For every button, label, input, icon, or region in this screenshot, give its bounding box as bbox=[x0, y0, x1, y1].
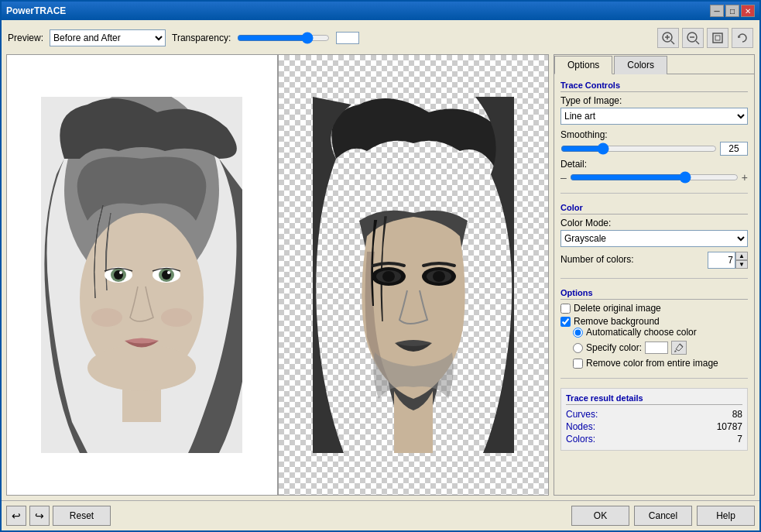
nodes-row: Nodes: 10787 bbox=[566, 420, 742, 433]
title-bar: PowerTRACE ─ □ ✕ bbox=[2, 2, 759, 20]
remove-entire-row: Remove color from entire image bbox=[573, 358, 748, 369]
svg-point-27 bbox=[382, 271, 395, 282]
curves-value: 88 bbox=[732, 409, 742, 420]
preview-panel bbox=[6, 54, 549, 496]
num-colors-spinner: 7 ▲ ▼ bbox=[708, 252, 748, 269]
ok-button[interactable]: OK bbox=[571, 506, 629, 526]
window-controls: ─ □ ✕ bbox=[710, 5, 755, 17]
delete-original-row: Delete original image bbox=[560, 303, 748, 314]
main-content: Preview: Before and After Before After T… bbox=[2, 20, 759, 500]
help-button[interactable]: Help bbox=[697, 506, 755, 526]
remove-background-checkbox[interactable] bbox=[560, 317, 571, 327]
redo-icon: ↪ bbox=[35, 510, 44, 522]
window-title: PowerTRACE bbox=[6, 5, 66, 16]
num-colors-spinner-btns: ▲ ▼ bbox=[735, 252, 748, 269]
smoothing-slider[interactable] bbox=[560, 142, 717, 155]
num-colors-input[interactable]: 7 bbox=[708, 252, 735, 269]
panel-content: Trace Controls Type of Image: Line art C… bbox=[554, 74, 754, 457]
bottom-bar: ↩ ↪ Reset OK Cancel Help bbox=[2, 500, 759, 530]
detail-row: – + bbox=[560, 171, 748, 184]
smoothing-value[interactable]: 25 bbox=[720, 142, 748, 156]
portrait-before-image bbox=[41, 97, 242, 453]
transparency-slider[interactable] bbox=[237, 32, 330, 44]
tab-options[interactable]: Options bbox=[554, 56, 612, 74]
auto-choose-radio[interactable] bbox=[573, 328, 583, 338]
remove-background-label: Remove background bbox=[574, 316, 660, 327]
reset-button[interactable]: Reset bbox=[53, 506, 111, 526]
num-colors-down[interactable]: ▼ bbox=[735, 260, 748, 269]
remove-entire-checkbox[interactable] bbox=[573, 359, 583, 369]
auto-choose-row: Automatically choose color bbox=[573, 327, 748, 338]
delete-original-label: Delete original image bbox=[574, 303, 661, 314]
zoom-fit-icon bbox=[711, 31, 725, 45]
portrait-after-image bbox=[313, 97, 514, 453]
zoom-out-button[interactable] bbox=[682, 28, 704, 48]
undo-icon: ↩ bbox=[12, 510, 21, 522]
results-section: Trace result details Curves: 88 Nodes: 1… bbox=[560, 388, 748, 451]
toolbar: Preview: Before and After Before After T… bbox=[6, 25, 755, 51]
auto-choose-label: Automatically choose color bbox=[586, 327, 697, 338]
svg-point-23 bbox=[91, 308, 122, 327]
powertrace-window: PowerTRACE ─ □ ✕ Preview: Before and Aft… bbox=[0, 0, 761, 532]
undo-button[interactable]: ↩ bbox=[6, 506, 26, 526]
toolbar-icons bbox=[657, 28, 753, 48]
bottom-bar-right: OK Cancel Help bbox=[571, 506, 755, 526]
specify-color-radio[interactable] bbox=[573, 343, 583, 353]
redo-button[interactable]: ↪ bbox=[29, 506, 50, 526]
after-face-svg bbox=[313, 97, 514, 453]
color-mode-label: Color Mode: bbox=[560, 218, 748, 228]
curves-row: Curves: 88 bbox=[566, 408, 742, 420]
zoom-in-button[interactable] bbox=[657, 28, 679, 48]
specify-color-label: Specify color: bbox=[586, 342, 642, 353]
svg-point-22 bbox=[167, 271, 170, 274]
maximize-button[interactable]: □ bbox=[725, 5, 739, 17]
zoom-out-icon bbox=[686, 31, 700, 45]
pipette-icon bbox=[674, 342, 684, 353]
colors-result-label: Colors: bbox=[566, 434, 595, 444]
svg-line-3 bbox=[671, 41, 674, 44]
divider-1 bbox=[560, 193, 748, 194]
svg-point-30 bbox=[433, 271, 445, 282]
colors-result-value: 7 bbox=[737, 434, 742, 444]
preview-after bbox=[279, 55, 549, 495]
pipette-button[interactable] bbox=[671, 341, 687, 355]
options-panel: Options Colors Trace Controls Type of Im… bbox=[554, 54, 755, 496]
remove-entire-label: Remove color from entire image bbox=[586, 358, 718, 369]
content-area: Options Colors Trace Controls Type of Im… bbox=[6, 54, 755, 496]
trace-controls-section: Trace Controls Type of Image: Line art C… bbox=[560, 81, 748, 184]
refresh-icon bbox=[735, 31, 749, 45]
svg-point-14 bbox=[87, 345, 196, 391]
color-section: Color Color Mode: Grayscale RGB CMYK Num… bbox=[560, 203, 748, 269]
color-swatch[interactable] bbox=[645, 342, 668, 354]
zoom-fit-button[interactable] bbox=[707, 28, 728, 48]
curves-label: Curves: bbox=[566, 409, 598, 420]
svg-point-18 bbox=[119, 271, 122, 274]
svg-rect-8 bbox=[715, 36, 720, 40]
detail-label: Detail: bbox=[560, 159, 748, 170]
transparency-value[interactable]: 80 bbox=[336, 32, 359, 44]
nodes-value: 10787 bbox=[717, 421, 742, 432]
color-section-header: Color bbox=[560, 203, 748, 215]
detail-plus: + bbox=[742, 171, 748, 184]
before-face-svg bbox=[41, 97, 242, 453]
minimize-button[interactable]: ─ bbox=[710, 5, 724, 17]
preview-select[interactable]: Before and After Before After bbox=[50, 29, 166, 46]
detail-minus: – bbox=[560, 171, 567, 184]
cancel-button[interactable]: Cancel bbox=[634, 506, 692, 526]
trace-controls-header: Trace Controls bbox=[560, 81, 748, 92]
delete-original-checkbox[interactable] bbox=[560, 304, 571, 314]
options-extra-section: Options Delete original image Remove bac… bbox=[560, 288, 748, 369]
svg-rect-7 bbox=[713, 33, 722, 43]
svg-point-24 bbox=[161, 308, 192, 327]
divider-2 bbox=[560, 278, 748, 279]
type-of-image-select[interactable]: Line art Clipart Photo bbox=[560, 108, 748, 125]
refresh-button[interactable] bbox=[732, 28, 753, 48]
color-mode-select[interactable]: Grayscale RGB CMYK bbox=[560, 230, 748, 247]
close-button[interactable]: ✕ bbox=[741, 5, 755, 17]
zoom-in-icon bbox=[661, 31, 675, 45]
preview-label: Preview: bbox=[8, 33, 43, 43]
tab-colors[interactable]: Colors bbox=[614, 56, 667, 74]
detail-slider[interactable] bbox=[570, 171, 739, 184]
num-colors-up[interactable]: ▲ bbox=[735, 252, 748, 260]
type-of-image-label: Type of Image: bbox=[560, 95, 748, 106]
